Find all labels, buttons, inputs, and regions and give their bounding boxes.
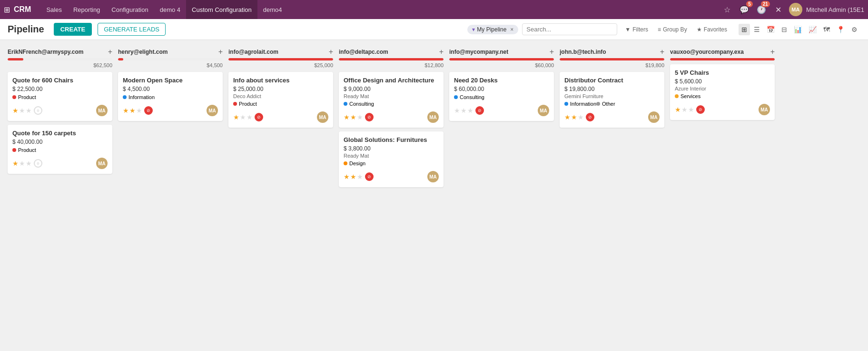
star-3[interactable]: ★ — [578, 113, 584, 121]
star-2[interactable]: ★ — [461, 107, 467, 114]
bar-view-btn[interactable]: 📈 — [806, 24, 819, 35]
activity-icon[interactable]: ⊘ — [365, 113, 374, 121]
pin-view-btn[interactable]: 📍 — [834, 24, 848, 35]
tag-label: Product — [18, 94, 36, 100]
card-tag: Product — [233, 101, 257, 107]
nav-item-demo4[interactable]: demo 4 — [154, 0, 186, 19]
kanban-card[interactable]: Office Design and Architecture $ 9,000.0… — [339, 72, 444, 128]
filter-close-icon[interactable]: × — [510, 26, 513, 33]
column-add-btn[interactable]: + — [218, 48, 223, 56]
star-1[interactable]: ★ — [233, 113, 239, 121]
my-pipeline-filter[interactable]: ▾ My Pipeline × — [467, 25, 518, 34]
nav-item-reporting[interactable]: Reporting — [68, 0, 106, 19]
column-amount: $25,000 — [228, 62, 333, 68]
column-add-btn[interactable]: + — [660, 48, 664, 56]
star-1[interactable]: ★ — [675, 106, 681, 113]
create-button[interactable]: CREATE — [54, 23, 92, 36]
user-label[interactable]: Mitchell Admin (15E1 — [806, 6, 864, 13]
kanban-card[interactable]: Info about services $ 25,000.00 Deco Add… — [228, 72, 333, 128]
star-1[interactable]: ★ — [12, 107, 19, 114]
star-3[interactable]: ★ — [136, 107, 142, 114]
nav-item-sales[interactable]: Sales — [40, 0, 68, 19]
clock-icon-btn[interactable]: 🕐 21 — [755, 3, 768, 16]
star-2[interactable]: ★ — [350, 113, 356, 121]
kanban-card[interactable]: Quote for 600 Chairs $ 22,500.00 Product… — [8, 72, 112, 121]
message-badge: 5 — [746, 1, 753, 7]
card-amount: $ 5,600.00 — [675, 78, 770, 85]
star-2[interactable]: ★ — [681, 106, 688, 113]
table-view-btn[interactable]: ⊟ — [779, 24, 790, 35]
kanban-card[interactable]: Distributor Contract $ 19,800.00 Gemini … — [560, 72, 664, 128]
column-add-btn[interactable]: + — [770, 48, 775, 56]
star-1[interactable]: ★ — [564, 113, 571, 121]
card-company: Ready Mat — [344, 93, 439, 99]
star-2[interactable]: ★ — [350, 173, 356, 181]
nav-item-configuration[interactable]: Configuration — [106, 0, 154, 19]
activity-icon[interactable]: ⊘ — [144, 106, 153, 115]
star-3[interactable]: ★ — [467, 107, 473, 114]
kanban-card[interactable]: Quote for 150 carpets $ 40,000.00 Produc… — [8, 125, 112, 174]
star-2[interactable]: ★ — [129, 107, 136, 114]
header-actions: ▼ Filters ≡ Group By ★ Favorites — [621, 24, 731, 35]
activity-icon[interactable]: ⊘ — [475, 106, 484, 115]
star-3[interactable]: ★ — [688, 106, 694, 113]
kanban-card[interactable]: Modern Open Space $ 4,500.00 Information… — [118, 72, 223, 121]
map-view-btn[interactable]: 🗺 — [820, 24, 833, 35]
card-footer: ★★★ ⊘ MA — [564, 111, 660, 123]
pipeline-column: vauxoo@yourcompany.exa + 5 VP Chairs $ 5… — [670, 48, 775, 124]
activity-icon[interactable]: ⊘ — [586, 113, 594, 121]
nav-item-demo4-2[interactable]: demo4 — [257, 0, 288, 19]
calendar-view-btn[interactable]: 📅 — [764, 24, 778, 35]
star-1[interactable]: ★ — [344, 173, 350, 181]
chart-view-btn[interactable]: 📊 — [791, 24, 805, 35]
star-3[interactable]: ★ — [357, 173, 363, 181]
groupby-button[interactable]: ≡ Group By — [654, 24, 691, 35]
column-add-btn[interactable]: + — [108, 48, 112, 56]
star-3[interactable]: ★ — [26, 107, 32, 114]
message-icon-btn[interactable]: 💬 5 — [738, 3, 751, 16]
star-1[interactable]: ★ — [344, 113, 350, 121]
column-add-btn[interactable]: + — [329, 48, 333, 56]
star-1[interactable]: ★ — [454, 107, 460, 114]
column-add-btn[interactable]: + — [550, 48, 554, 56]
star-3[interactable]: ★ — [357, 113, 363, 121]
star-1[interactable]: ★ — [12, 160, 19, 167]
search-input[interactable] — [522, 23, 617, 35]
favorites-button[interactable]: ★ Favorites — [693, 24, 731, 35]
activity-icon[interactable]: ⊘ — [696, 105, 705, 114]
generate-leads-button[interactable]: GENERATE LEADS — [98, 23, 166, 36]
star-3[interactable]: ★ — [247, 113, 253, 121]
activity-icon[interactable]: ○ — [34, 159, 42, 168]
activity-icon[interactable]: ⊘ — [255, 113, 263, 121]
filters-button[interactable]: ▼ Filters — [621, 24, 652, 35]
kanban-view-btn[interactable]: ⊞ — [739, 24, 750, 35]
activity-icon[interactable]: ⊘ — [365, 172, 374, 181]
activity-icon[interactable]: ○ — [34, 106, 42, 115]
card-stars: ★★★ — [344, 173, 363, 181]
brand-logo[interactable]: CRM — [14, 5, 31, 14]
grid-icon[interactable]: ⊞ — [4, 5, 10, 14]
tag-dot — [675, 94, 679, 98]
card-footer: ★★★ ○ MA — [12, 158, 108, 169]
star-2[interactable]: ★ — [19, 160, 25, 167]
star-2[interactable]: ★ — [19, 107, 25, 114]
star-2[interactable]: ★ — [240, 113, 246, 121]
star-2[interactable]: ★ — [571, 113, 577, 121]
filter-label: My Pipeline — [477, 26, 506, 33]
star-icon-btn[interactable]: ☆ — [720, 3, 734, 16]
kanban-card[interactable]: 5 VP Chairs $ 5,600.00 Azure Interior Se… — [670, 64, 775, 120]
pipeline-column: info@agrolait.com + $25,000 Info about s… — [228, 48, 333, 131]
star-1[interactable]: ★ — [123, 107, 129, 114]
column-header: vauxoo@yourcompany.exa + — [670, 48, 775, 56]
column-add-btn[interactable]: + — [439, 48, 444, 56]
card-actions: ★★★ ○ — [12, 106, 42, 115]
list-view-btn[interactable]: ☰ — [751, 24, 763, 35]
settings-view-btn[interactable]: ⚙ — [848, 24, 860, 35]
star-3[interactable]: ★ — [26, 160, 32, 167]
kanban-card[interactable]: Need 20 Desks $ 60,000.00 Consulting ★★★… — [449, 72, 554, 121]
close-icon-btn[interactable]: ✕ — [772, 3, 785, 16]
kanban-card[interactable]: Global Solutions: Furnitures $ 3,800.00 … — [339, 131, 444, 187]
column-progress — [670, 58, 775, 60]
nav-item-custom-config[interactable]: Custom Configuration — [186, 0, 257, 19]
avatar[interactable]: MA — [789, 3, 802, 16]
